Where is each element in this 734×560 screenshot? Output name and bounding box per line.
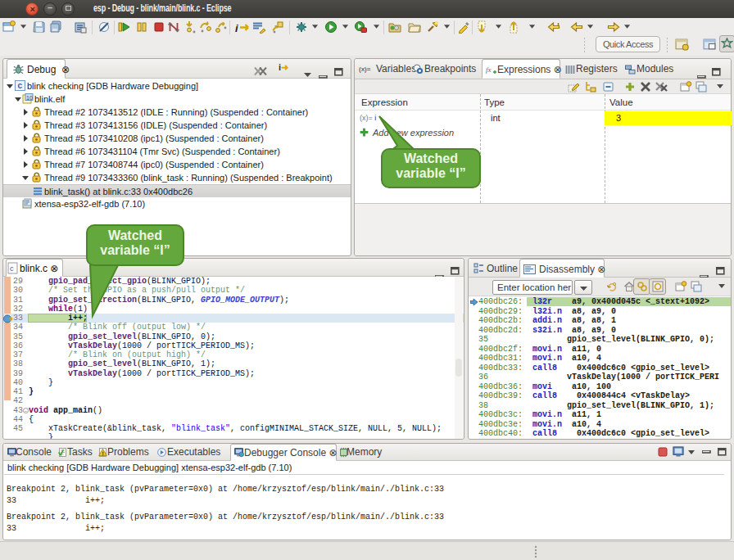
svg-text:10: 10	[26, 95, 33, 101]
svg-text:c: c	[10, 264, 14, 273]
svg-text:c: c	[18, 81, 23, 90]
svg-text:fx: fx	[486, 65, 492, 74]
